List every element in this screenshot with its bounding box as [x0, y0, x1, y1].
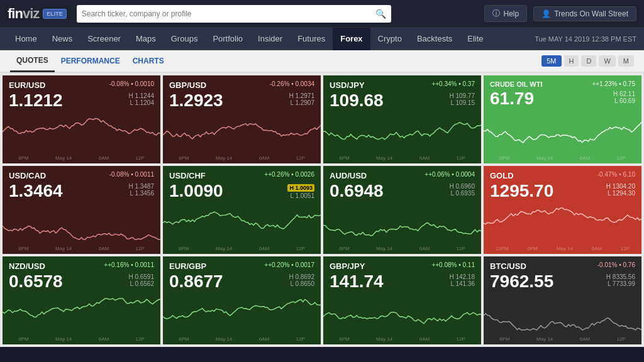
time-label: May 14 — [55, 155, 72, 161]
tile-header: GOLD -0.47% • 6.10 — [490, 171, 635, 180]
chart-container — [163, 114, 321, 152]
tile-low: L 0.6562 — [128, 280, 154, 287]
chart-svg — [323, 205, 481, 243]
tab-performance[interactable]: PERFORMANCE — [55, 50, 126, 72]
chart-svg — [323, 295, 481, 333]
nav-crypto[interactable]: Crypto — [370, 28, 409, 50]
tile-price: 0.6578 — [9, 272, 63, 292]
time-label: May 14 — [376, 155, 392, 161]
search-icon[interactable]: 🔍 — [375, 9, 386, 19]
tile-header: NZD/USD ++0.16% • 0.0011 — [9, 261, 154, 271]
tile-nzd-usd[interactable]: NZD/USD ++0.16% • 0.0011 0.6578 H 0.6591… — [3, 256, 160, 344]
tab-quotes[interactable]: QUOTES — [10, 50, 55, 72]
tile-change: -0.26% • 0.0034 — [270, 80, 314, 87]
time-label: 6PM — [18, 336, 28, 342]
chart-container — [3, 295, 160, 333]
time-label: 6PM — [179, 246, 189, 251]
nav-backtests[interactable]: Backtests — [409, 28, 460, 50]
nav-news[interactable]: News — [45, 28, 80, 50]
nav-insider[interactable]: Insider — [250, 28, 290, 50]
tile-header: EUR/GBP ++0.20% • 0.0017 — [169, 261, 314, 271]
tile-price: 141.74 — [330, 272, 384, 292]
tile-low: L 141.36 — [449, 280, 475, 287]
tile-change: -0.08% • 0.0011 — [109, 171, 154, 178]
tile-time-labels: 6PMMay 146AM12P — [3, 155, 160, 161]
nav-screener[interactable]: Screener — [80, 28, 128, 50]
tile-low: L 1.3456 — [128, 190, 154, 197]
time-label: 12P — [457, 155, 465, 161]
tab-charts[interactable]: CHARTS — [126, 50, 170, 72]
trends-button[interactable]: 👤 Trends On Wall Street — [533, 6, 636, 21]
tile-high: H 1304.20 — [606, 183, 635, 190]
tile-high: H 1.3487 — [128, 183, 154, 190]
time-label: 6AM — [99, 246, 109, 251]
tile-symbol: USD/CAD — [9, 171, 46, 180]
nav: Home News Screener Maps Groups Portfolio… — [0, 28, 644, 50]
time-label: 12P — [457, 336, 465, 342]
chart-svg — [323, 114, 481, 152]
tile-change: ++0.34% • 0.37 — [431, 80, 475, 87]
tile-header: BTC/USD -0.01% • 0.76 — [490, 261, 635, 271]
time-label: 12P — [621, 246, 630, 251]
time-label: 12P — [296, 246, 305, 251]
tile-change: ++0.26% • 0.0026 — [264, 171, 314, 178]
tile-time-labels: 6PMMay 146AM12P — [484, 336, 641, 342]
tile-gbp-jpy[interactable]: GBP/JPY ++0.08% • 0.11 141.74 H 142.18 L… — [323, 256, 481, 344]
tile-highlight: H 1.0093 — [287, 184, 314, 192]
tile-btc-usd[interactable]: BTC/USD -0.01% • 0.76 7962.55 H 8335.56 … — [484, 256, 641, 344]
tile-low: L 1.2907 — [289, 99, 314, 106]
nav-groups[interactable]: Groups — [164, 28, 206, 50]
tile-price: 1.3464 — [9, 182, 63, 201]
time-btn-w[interactable]: W — [599, 55, 615, 67]
help-label: Help — [503, 9, 519, 18]
nav-home[interactable]: Home — [8, 28, 45, 50]
search-input[interactable] — [82, 9, 375, 18]
nav-maps[interactable]: Maps — [128, 28, 164, 50]
tile-usd-chf[interactable]: USD/CHF ++0.26% • 0.0026 1.0090 H 1.0093… — [163, 166, 321, 254]
chart-svg — [484, 114, 641, 152]
tile-header: USD/JPY ++0.34% • 0.37 — [330, 80, 475, 90]
tile-time-labels: 6PMMay 146AM12P — [3, 246, 160, 251]
time-btn-5m[interactable]: 5M — [541, 55, 561, 67]
tile-change: ++0.08% • 0.11 — [431, 261, 475, 268]
tile-eur-usd[interactable]: EUR/USD -0.08% • 0.0010 1.1212 H 1.1244 … — [3, 75, 160, 163]
tile-eur-gbp[interactable]: EUR/GBP ++0.20% • 0.0017 0.8677 H 0.8692… — [163, 256, 321, 344]
time-label: 12P — [617, 155, 626, 161]
time-btn-d[interactable]: D — [581, 55, 596, 67]
tile-change: ++0.16% • 0.0011 — [104, 261, 154, 268]
chart-svg — [3, 205, 160, 243]
tile-aud-usd[interactable]: AUD/USD ++0.06% • 0.0004 0.6948 H 0.6960… — [323, 166, 481, 254]
tile-high: H 142.18 — [449, 273, 475, 280]
tile-price: 1.2923 — [169, 91, 223, 111]
chart-svg — [3, 114, 160, 152]
tile-header: USD/CHF ++0.26% • 0.0026 — [169, 171, 314, 180]
search-bar[interactable]: 🔍 — [77, 5, 391, 23]
time-label: 6PM — [339, 246, 349, 251]
nav-futures[interactable]: Futures — [290, 28, 333, 50]
tile-gold[interactable]: GOLD -0.47% • 6.10 1295.70 H 1304.20 L 1… — [484, 166, 641, 254]
chart-container — [163, 205, 321, 243]
tile-crude oil wti[interactable]: CRUDE OIL WTI ++1.23% • 0.75 61.79 H 62.… — [484, 75, 641, 163]
tile-low: L 0.6935 — [449, 190, 475, 197]
tile-usd-cad[interactable]: USD/CAD -0.08% • 0.0011 1.3464 H 1.3487 … — [3, 166, 160, 254]
nav-forex[interactable]: Forex — [333, 28, 370, 50]
time-label: 12P — [136, 336, 145, 342]
time-btn-m[interactable]: M — [618, 55, 634, 67]
tile-change: ++1.23% • 0.75 — [592, 80, 635, 87]
tile-price: 1.1212 — [9, 91, 63, 111]
tile-usd-jpy[interactable]: USD/JPY ++0.34% • 0.37 109.68 H 109.77 L… — [323, 75, 481, 163]
help-button[interactable]: ⓘ Help — [484, 5, 527, 22]
tile-header: EUR/USD -0.08% • 0.0010 — [9, 80, 154, 90]
time-btn-h[interactable]: H — [564, 55, 579, 67]
chart-svg — [3, 295, 160, 333]
user-icon: 👤 — [541, 9, 551, 18]
nav-elite[interactable]: Elite — [460, 28, 491, 50]
tile-symbol: USD/CHF — [169, 171, 206, 180]
tile-low: L 7733.99 — [606, 280, 635, 287]
tile-high: H 1.1244 — [128, 92, 154, 99]
nav-portfolio[interactable]: Portfolio — [205, 28, 250, 50]
help-icon: ⓘ — [492, 8, 500, 19]
tile-gbp-usd[interactable]: GBP/USD -0.26% • 0.0034 1.2923 H 1.2971 … — [163, 75, 321, 163]
chart-svg — [484, 205, 641, 243]
tile-header: USD/CAD -0.08% • 0.0011 — [9, 171, 154, 180]
